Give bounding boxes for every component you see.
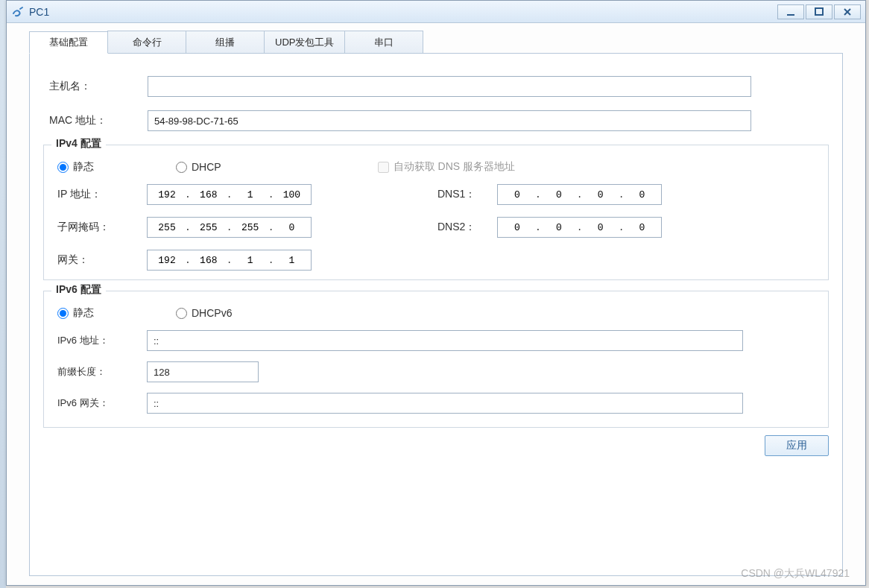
tab-label: 串口 xyxy=(374,36,394,49)
ipv6-addr-label: IPv6 地址： xyxy=(57,334,147,347)
ip-oct2[interactable] xyxy=(194,189,224,200)
ip-oct3[interactable] xyxy=(236,189,265,200)
mask-row: 子网掩码： . . . xyxy=(57,217,408,238)
tab-serial[interactable]: 串口 xyxy=(344,31,423,53)
ipv6-gw-input[interactable] xyxy=(147,393,743,414)
dns2-oct4[interactable] xyxy=(627,222,657,233)
ipv4-grid: IP 地址： . . . DNS1： . . . xyxy=(54,184,818,271)
mac-label: MAC 地址： xyxy=(43,114,148,127)
auto-dns-checkbox-input[interactable] xyxy=(378,162,389,173)
ipv4-dhcp-radio-input[interactable] xyxy=(176,162,187,173)
dns1-oct4[interactable] xyxy=(627,189,657,200)
close-button[interactable] xyxy=(834,4,861,19)
ip-address-row: IP 地址： . . . xyxy=(57,184,408,205)
ipv6-fieldset: IPv6 配置 静态 DHCPv6 IPv6 地址： 前缀长度： xyxy=(43,291,829,428)
pc-config-window: PC1 基础配置 命令行 组播 UDP发包工具 串口 主机名： MAC 地址： xyxy=(6,0,866,586)
gateway-label: 网关： xyxy=(57,253,147,267)
ipv4-static-radio-input[interactable] xyxy=(57,162,69,173)
ipv4-dhcp-radio[interactable]: DHCP xyxy=(176,161,221,173)
dns2-oct1[interactable] xyxy=(502,222,532,233)
tabs-row: 基础配置 命令行 组播 UDP发包工具 串口 xyxy=(7,23,865,53)
mask-oct3[interactable] xyxy=(236,222,265,233)
prefix-label: 前缀长度： xyxy=(57,365,147,379)
app-icon xyxy=(11,5,25,19)
mask-input[interactable]: . . . xyxy=(147,217,312,238)
mask-label: 子网掩码： xyxy=(57,221,147,234)
mask-oct1[interactable] xyxy=(152,222,182,233)
gw-oct2[interactable] xyxy=(194,255,224,266)
ipv4-mode-row: 静态 DHCP 自动获取 DNS 服务器地址 xyxy=(54,160,818,174)
checkbox-label: 自动获取 DNS 服务器地址 xyxy=(394,160,515,174)
ip-oct4[interactable] xyxy=(276,189,306,200)
ipv6-static-radio-input[interactable] xyxy=(57,308,69,319)
tab-label: 组播 xyxy=(215,36,235,49)
ipv6-static-radio[interactable]: 静态 xyxy=(57,306,94,320)
auto-dns-checkbox[interactable]: 自动获取 DNS 服务器地址 xyxy=(378,160,515,174)
dns2-label: DNS2： xyxy=(437,221,497,234)
footer-row: 应用 xyxy=(43,435,829,456)
apply-button-label: 应用 xyxy=(786,439,807,451)
hostname-label: 主机名： xyxy=(43,80,148,93)
tab-udp-tool[interactable]: UDP发包工具 xyxy=(264,31,345,53)
ipv6-mode-row: 静态 DHCPv6 xyxy=(54,306,818,320)
mac-row: MAC 地址： xyxy=(43,110,829,131)
radio-label: 静态 xyxy=(73,306,94,320)
dns1-row: DNS1： . . . xyxy=(437,184,818,205)
dns2-oct3[interactable] xyxy=(586,222,616,233)
dns2-oct2[interactable] xyxy=(544,222,574,233)
tab-label: UDP发包工具 xyxy=(275,36,334,49)
prefix-input[interactable] xyxy=(147,361,259,382)
mask-oct2[interactable] xyxy=(194,222,224,233)
radio-label: DHCP xyxy=(192,161,221,173)
hostname-row: 主机名： xyxy=(43,76,829,97)
prefix-row: 前缀长度： xyxy=(54,361,818,382)
ipv4-legend: IPv4 配置 xyxy=(51,137,106,151)
dns1-label: DNS1： xyxy=(437,188,497,201)
ipv6-addr-input[interactable] xyxy=(147,330,743,351)
ipv6-gw-row: IPv6 网关： xyxy=(54,393,818,414)
window-title: PC1 xyxy=(29,6,777,18)
window-controls xyxy=(777,4,861,19)
gateway-input[interactable]: . . . xyxy=(147,250,312,271)
dns1-oct1[interactable] xyxy=(502,189,532,200)
ipv6-addr-row: IPv6 地址： xyxy=(54,330,818,351)
ip-address-input[interactable]: . . . xyxy=(147,184,312,205)
titlebar: PC1 xyxy=(7,1,865,23)
ipv6-dhcpv6-radio-input[interactable] xyxy=(176,308,187,319)
gw-oct1[interactable] xyxy=(152,255,182,266)
dns1-oct2[interactable] xyxy=(544,189,574,200)
ip-label: IP 地址： xyxy=(57,188,147,201)
dns1-oct3[interactable] xyxy=(586,189,616,200)
background-strip xyxy=(0,0,6,588)
mac-input[interactable] xyxy=(148,110,751,131)
dns1-input[interactable]: . . . xyxy=(497,184,662,205)
dns2-input[interactable]: . . . xyxy=(497,217,662,238)
dns2-row: DNS2： . . . xyxy=(437,217,818,238)
gw-oct3[interactable] xyxy=(236,255,265,266)
svg-rect-1 xyxy=(815,8,823,15)
tab-multicast[interactable]: 组播 xyxy=(186,31,265,53)
hostname-input[interactable] xyxy=(148,76,751,97)
ipv6-dhcpv6-radio[interactable]: DHCPv6 xyxy=(176,307,232,319)
ip-oct1[interactable] xyxy=(152,189,182,200)
gw-oct4[interactable] xyxy=(276,255,306,266)
tab-command-line[interactable]: 命令行 xyxy=(107,31,186,53)
ipv6-legend: IPv6 配置 xyxy=(51,283,106,297)
gateway-row: 网关： . . . xyxy=(57,250,408,271)
maximize-button[interactable] xyxy=(806,4,832,19)
ipv4-static-radio[interactable]: 静态 xyxy=(57,160,94,174)
basic-config-pane: 主机名： MAC 地址： IPv4 配置 静态 DHCP 自动获取 DN xyxy=(29,53,843,576)
tab-basic-config[interactable]: 基础配置 xyxy=(29,31,108,54)
mask-oct4[interactable] xyxy=(276,222,306,233)
ipv4-fieldset: IPv4 配置 静态 DHCP 自动获取 DNS 服务器地址 IP 地址： xyxy=(43,145,829,280)
tab-label: 基础配置 xyxy=(49,36,88,49)
apply-button[interactable]: 应用 xyxy=(765,435,829,456)
minimize-button[interactable] xyxy=(777,4,804,19)
radio-label: 静态 xyxy=(73,160,94,174)
tab-label: 命令行 xyxy=(133,36,162,49)
radio-label: DHCPv6 xyxy=(192,307,232,319)
ipv6-gw-label: IPv6 网关： xyxy=(57,396,147,410)
